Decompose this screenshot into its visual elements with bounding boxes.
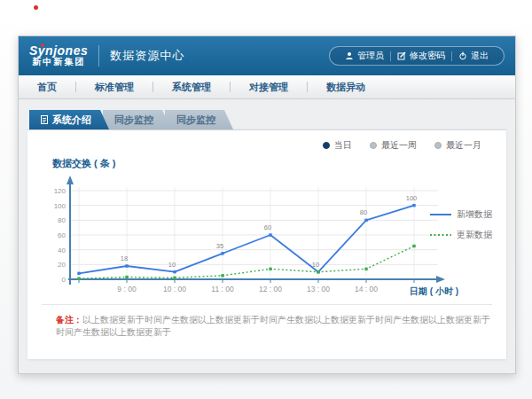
data-point-label: 18: [121, 254, 128, 262]
data-point[interactable]: [269, 233, 271, 236]
tab-label: 系统介绍: [52, 110, 91, 129]
tab-bar: 系统介绍 同步监控 同步监控: [29, 110, 506, 129]
legend-item-new-data[interactable]: 新增数据: [430, 208, 492, 221]
admin-user-button[interactable]: 管理员: [339, 50, 390, 62]
y-tick-label: 60: [58, 231, 66, 239]
data-point-label: 10: [168, 261, 176, 269]
app-window: Synjones 新中新集团 数据资源中心 管理员 修改密码: [18, 35, 516, 374]
data-point[interactable]: [221, 252, 223, 254]
range-option-last-week[interactable]: 最近一周: [370, 139, 417, 152]
legend-item-updated-data[interactable]: 更新数据: [430, 229, 492, 241]
chart-panel: 当日 最近一周 最近一月 数据交换 ( 条 ) 0204060801001209…: [27, 129, 506, 359]
range-option-label: 当日: [334, 139, 352, 152]
logout-button[interactable]: 退出: [452, 50, 495, 62]
x-tick-label: 11 : 00: [211, 285, 234, 293]
x-tick-label: 14 : 00: [355, 285, 378, 293]
logout-label: 退出: [471, 50, 489, 62]
data-point[interactable]: [77, 277, 80, 279]
data-point[interactable]: [173, 277, 176, 279]
data-point-label: 10: [312, 261, 319, 269]
footnote: 备注：以上数据更新于时间产生数据以上数据更新于时间产生数据以上数据更新于时间产生…: [56, 314, 490, 339]
panel-divider: [42, 304, 492, 305]
document-icon: [41, 115, 48, 124]
data-point[interactable]: [221, 274, 223, 277]
change-password-label: 修改密码: [410, 50, 445, 62]
data-point-label: 80: [360, 208, 367, 216]
line-chart: 0204060801001209 : 0010 : 0011 : 0012 : …: [43, 171, 460, 304]
solid-line-swatch: [430, 212, 451, 217]
y-tick-label: 40: [58, 246, 66, 254]
content-area: 系统介绍 同步监控 同步监控 当日 最近一周: [19, 99, 515, 373]
x-tick-label: 10 : 00: [163, 285, 186, 293]
series-line-1: [79, 246, 414, 279]
header-divider: [98, 45, 99, 66]
brand-name: Synjones: [29, 44, 88, 58]
tab-sync-monitor-1[interactable]: 同步监控: [103, 110, 171, 129]
data-point-label: 60: [264, 223, 271, 231]
tab-sync-monitor-2[interactable]: 同步监控: [165, 110, 233, 129]
range-selector: 当日 最近一周 最近一月: [323, 139, 481, 152]
tab-label: 同步监控: [176, 110, 215, 129]
page-title: 数据资源中心: [110, 48, 184, 64]
range-option-label: 最近一月: [446, 139, 481, 152]
nav-item-system-mgmt[interactable]: 系统管理: [153, 81, 230, 94]
user-icon: [345, 51, 354, 60]
data-point-label: 100: [406, 194, 418, 202]
brand-subtitle: 新中新集团: [29, 58, 88, 67]
data-point[interactable]: [412, 204, 415, 207]
main-nav: 首页 标准管理 系统管理 对接管理 数据异动: [19, 75, 515, 99]
radio-icon: [434, 142, 442, 149]
dotted-line-swatch: [430, 232, 451, 238]
y-tick-label: 120: [54, 187, 66, 195]
data-point[interactable]: [269, 268, 271, 270]
x-axis-arrow-icon: [436, 276, 445, 283]
tab-label: 同步监控: [114, 110, 153, 129]
radio-icon: [323, 142, 330, 149]
x-tick-label: 12 : 00: [259, 285, 282, 293]
chart-legend: 新增数据 更新数据: [430, 208, 492, 249]
data-point[interactable]: [364, 268, 367, 270]
red-marker: [34, 5, 38, 10]
brand-logo: Synjones 新中新集团: [29, 44, 88, 66]
range-option-today[interactable]: 当日: [323, 139, 352, 152]
app-header: Synjones 新中新集团 数据资源中心 管理员 修改密码: [19, 36, 515, 75]
x-axis-title: 日期 ( 小时 ): [410, 286, 458, 296]
legend-label: 新增数据: [457, 208, 492, 221]
range-option-label: 最近一周: [381, 139, 417, 152]
data-point[interactable]: [317, 270, 319, 273]
radio-icon: [370, 142, 377, 149]
y-axis-title: 数据交换 ( 条 ): [52, 157, 116, 170]
edit-icon: [397, 51, 406, 60]
data-point[interactable]: [412, 245, 415, 247]
nav-item-home[interactable]: 首页: [19, 81, 75, 94]
data-point-label: 35: [216, 242, 223, 250]
nav-item-data-change[interactable]: 数据异动: [308, 81, 384, 94]
data-point[interactable]: [125, 264, 128, 267]
y-axis-arrow-icon: [66, 176, 74, 184]
footnote-label: 备注：: [56, 315, 82, 325]
data-point[interactable]: [364, 219, 367, 222]
change-password-button[interactable]: 修改密码: [391, 50, 451, 62]
data-point[interactable]: [173, 270, 176, 273]
y-tick-label: 0: [62, 276, 66, 284]
admin-user-label: 管理员: [357, 50, 384, 62]
y-tick-label: 100: [54, 202, 66, 210]
x-tick-label: 13 : 00: [307, 285, 330, 293]
data-point[interactable]: [125, 276, 128, 278]
nav-item-standard-mgmt[interactable]: 标准管理: [76, 81, 153, 94]
footnote-text: 以上数据更新于时间产生数据以上数据更新于时间产生数据以上数据更新于时间产生数据以…: [56, 315, 490, 337]
user-menu: 管理员 修改密码 退出: [329, 46, 505, 66]
y-tick-label: 20: [58, 261, 66, 269]
range-option-last-month[interactable]: 最近一月: [434, 139, 481, 152]
power-icon: [458, 51, 467, 60]
data-point[interactable]: [77, 272, 80, 275]
tab-system-intro[interactable]: 系统介绍: [29, 110, 109, 129]
legend-label: 更新数据: [457, 229, 492, 241]
x-tick-label: 9 : 00: [117, 285, 137, 293]
y-tick-label: 80: [58, 216, 66, 224]
nav-item-interface-mgmt[interactable]: 对接管理: [231, 81, 307, 94]
